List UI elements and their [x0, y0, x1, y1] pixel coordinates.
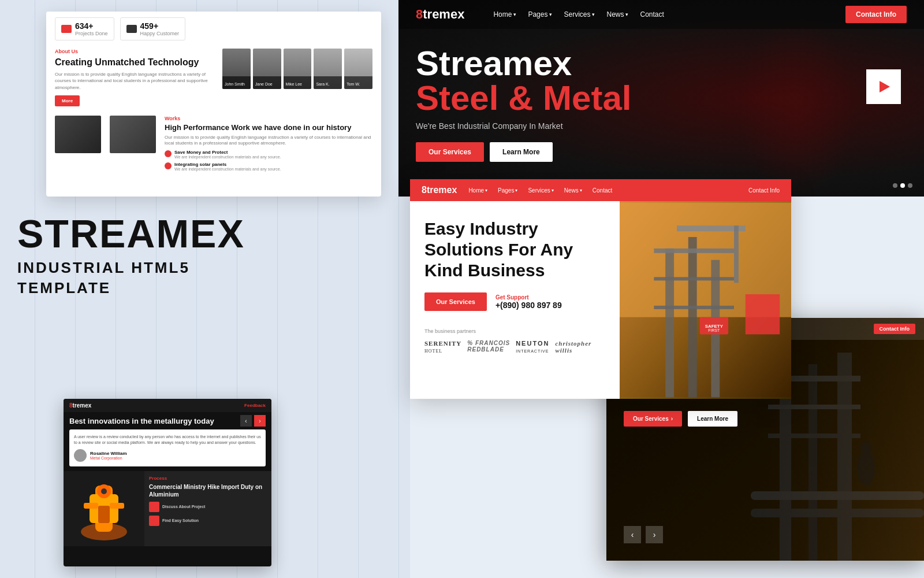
nav-contact[interactable]: Contact: [640, 10, 664, 18]
pages-arrow: ▾: [549, 12, 552, 17]
dot-1[interactable]: [893, 183, 897, 188]
hero-services-btn[interactable]: Our Services: [416, 142, 484, 162]
nav-pages[interactable]: Pages ▾: [528, 10, 552, 18]
bottom-card-logo: 8tremex: [69, 402, 91, 409]
read-more-btn[interactable]: More: [55, 95, 80, 106]
about-title: Creating Unmatched Technology: [55, 57, 214, 68]
check1-desc: We are independent construction material…: [174, 155, 281, 159]
brand-text-section: STREAMEX INDUSTRIAL HTML5 TEMPLATE: [17, 214, 245, 297]
process-icon-1: [149, 502, 159, 512]
middle-nav-contact[interactable]: Contact: [593, 187, 612, 194]
svg-point-32: [860, 442, 872, 454]
partner-logos: SERENITYHOTEL % FRANCOISREDBLADE NEUTONI…: [424, 340, 605, 354]
team-photo-4: Sara K.: [314, 49, 342, 89]
stat1-label: Projects Done: [75, 31, 108, 36]
stat2-number: 459+: [140, 21, 180, 31]
team-name-3: Mike Lee: [286, 82, 302, 86]
dot-2[interactable]: [900, 183, 905, 188]
team-photo-1: John Smith: [222, 49, 251, 89]
middle-services-btn[interactable]: Our Services: [424, 292, 487, 311]
svg-rect-30: [751, 509, 924, 517]
stat-box-2: 459+ Happy Customer: [120, 17, 186, 40]
svg-point-7: [101, 488, 107, 494]
svg-text:FIRST: FIRST: [708, 328, 720, 332]
play-triangle: [880, 81, 890, 92]
play-button[interactable]: [866, 69, 901, 104]
support-phone: +(890) 980 897 89: [495, 301, 562, 310]
partners-label: The business partners: [424, 328, 605, 334]
contact-info-btn[interactable]: Contact Info: [845, 6, 907, 23]
hero-headline1: Streamex: [416, 46, 631, 81]
next-arrow[interactable]: ›: [254, 415, 266, 427]
logo-s: 8: [416, 7, 423, 21]
svg-rect-15: [654, 306, 734, 309]
process-icon-2: [149, 516, 159, 526]
middle-nav-pages[interactable]: Pages ▾: [498, 187, 517, 194]
team-photo-5: Tom W.: [344, 49, 372, 89]
about-content-area: About Us Creating Unmatched Technology O…: [46, 44, 381, 111]
middle-nav-items: Home ▾ Pages ▾ Services ▾ News ▾ Contact: [468, 187, 737, 194]
check-item-2: Integrating solar panels We are independ…: [165, 162, 372, 171]
nav-news[interactable]: News ▾: [606, 10, 628, 18]
services-arrow: ▾: [592, 12, 595, 17]
feedback-tag: Feedback: [244, 403, 266, 408]
brand-subtitle1: INDUSTRIAL HTML5: [17, 259, 245, 277]
camera-icon: [61, 25, 72, 33]
nav-services[interactable]: Services ▾: [564, 10, 595, 18]
middle-nav-home[interactable]: Home ▾: [468, 187, 487, 194]
stats-bar: 634+ Projects Done 459+ Happy Customer: [46, 12, 381, 44]
hero-learn-btn[interactable]: Learn More: [490, 142, 553, 162]
stat2-label: Happy Customer: [140, 31, 180, 36]
stat1-number: 634+: [75, 21, 108, 31]
works-image: [55, 116, 101, 153]
svg-point-31: [858, 451, 875, 486]
support-label: Get Support: [495, 294, 562, 301]
middle-logo-s: 8: [422, 185, 427, 195]
about-section-label: About Us: [55, 49, 214, 54]
svg-rect-4: [98, 506, 110, 523]
middle-red-nav: 8tremex Home ▾ Pages ▾ Services ▾ News ▾…: [410, 179, 791, 201]
hero-logo: 8tremex: [416, 7, 464, 22]
svg-rect-10: [665, 249, 674, 397]
middle-buttons: Our Services Get Support +(890) 980 897 …: [424, 292, 605, 311]
process-item-2: Find Easy Solution: [149, 516, 267, 526]
works-image-2: [110, 116, 156, 153]
hero2-next-arrow[interactable]: ›: [646, 526, 663, 543]
svg-rect-11: [688, 237, 697, 397]
process-item1-text: Discuss About Project: [162, 505, 205, 509]
nav-arrows-feedback: ‹ ›: [240, 415, 266, 427]
prev-arrow[interactable]: ‹: [240, 415, 252, 427]
hero-main: 8tremex Home ▾ Pages ▾ Services ▾ News ▾…: [398, 0, 924, 197]
middle-contact-info: Contact Info: [748, 187, 780, 194]
dot-navigation: [893, 183, 912, 188]
dot-3[interactable]: [908, 183, 912, 188]
svg-rect-14: [654, 277, 734, 280]
svg-rect-5: [84, 503, 98, 509]
hero2-learn-btn[interactable]: Learn More: [688, 411, 737, 427]
hero2-services-btn[interactable]: Our Services ›: [624, 411, 682, 427]
team-name-5: Tom W.: [346, 82, 360, 86]
svg-rect-29: [751, 491, 924, 500]
reviewer: Rosaline William Metal Corporation: [74, 449, 261, 462]
middle-nav-news[interactable]: News ▾: [564, 187, 582, 194]
br-contact-btn[interactable]: Contact Info: [874, 324, 916, 334]
about-text: About Us Creating Unmatched Technology O…: [55, 49, 214, 106]
hero2-arrow-nav: ‹ ›: [624, 526, 663, 543]
user-icon: [126, 25, 137, 33]
logo-s-char: 8: [69, 402, 73, 409]
about-desc: Our mission is to provide quality Englis…: [55, 71, 214, 91]
logo-text: tremex: [423, 7, 464, 21]
hero-headline2: Steel & Metal: [416, 81, 631, 116]
preview-card-bottom: 8tremex Feedback Best innovations in the…: [64, 399, 271, 566]
middle-img-side: SAFETY FIRST: [620, 201, 791, 399]
reviewer-name: Rosaline William: [90, 451, 127, 456]
middle-nav-services[interactable]: Services ▾: [528, 187, 553, 194]
check1-title: Save Money and Protect: [174, 150, 281, 155]
card-header: 8tremex Feedback: [64, 399, 271, 412]
works-section: Works High Performance Work we have done…: [46, 111, 381, 176]
nav-home[interactable]: Home ▾: [493, 10, 516, 18]
svg-rect-21: [746, 294, 780, 334]
support-block: Get Support +(890) 980 897 89: [495, 294, 562, 310]
svg-rect-13: [654, 249, 734, 253]
hero2-prev-arrow[interactable]: ‹: [624, 526, 641, 543]
